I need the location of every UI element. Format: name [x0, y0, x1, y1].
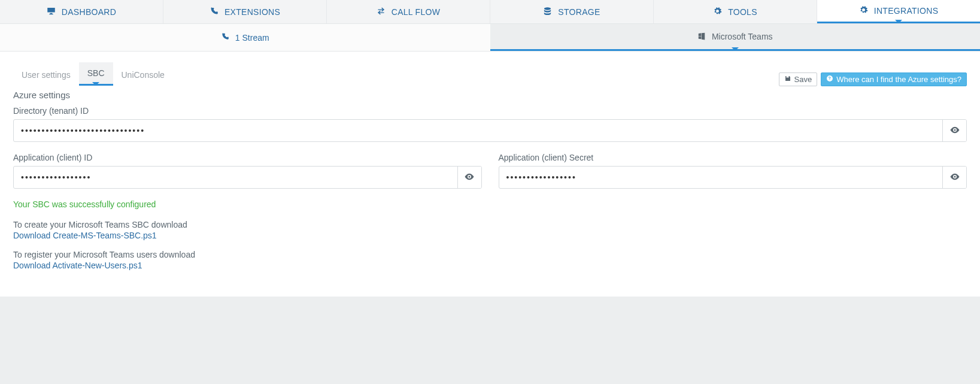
tab-sbc[interactable]: SBC [79, 62, 113, 86]
windows-icon [697, 32, 706, 42]
azure-help-button[interactable]: Where can I find the Azure settings? [821, 72, 967, 86]
exchange-icon [377, 7, 386, 17]
help-icon [826, 75, 833, 84]
phone-icon [221, 32, 229, 43]
gears-icon [713, 7, 722, 17]
nav-label: STORAGE [558, 7, 600, 17]
eye-icon [949, 171, 960, 184]
nav-label: INTEGRATIONS [874, 6, 939, 16]
eye-icon [464, 171, 475, 184]
database-icon [543, 7, 552, 17]
users-download-text: To register your Microsoft Teams users d… [13, 250, 967, 259]
save-button[interactable]: Save [779, 72, 818, 86]
content-panel: User settings SBC UniConsole Save Where … [0, 52, 980, 297]
client-secret-label: Application (client) Secret [499, 153, 967, 162]
section-title: Azure settings [13, 90, 967, 100]
nav-label: EXTENSIONS [224, 7, 280, 17]
nav-label: TOOLS [728, 7, 757, 17]
nav-integrations[interactable]: INTEGRATIONS [817, 0, 980, 23]
tenant-id-input[interactable] [14, 120, 942, 141]
nav-label: CALL FLOW [392, 7, 441, 17]
nav-dashboard[interactable]: DASHBOARD [0, 0, 163, 23]
reveal-tenant-button[interactable] [942, 120, 966, 141]
monitor-icon [47, 7, 56, 17]
tab-user-settings[interactable]: User settings [13, 64, 79, 86]
save-icon [784, 75, 791, 84]
help-label: Where can I find the Azure settings? [836, 75, 961, 84]
reveal-client-id-button[interactable] [457, 167, 481, 188]
eye-icon [949, 125, 960, 137]
top-nav: DASHBOARD EXTENSIONS CALL FLOW STORAGE T… [0, 0, 980, 24]
reveal-client-secret-button[interactable] [942, 167, 966, 188]
client-id-label: Application (client) ID [13, 153, 482, 162]
users-download-link[interactable]: Download Activate-New-Users.ps1 [13, 261, 142, 270]
nav-storage[interactable]: STORAGE [490, 0, 654, 23]
sub-nav: 1 Stream Microsoft Teams [0, 24, 980, 52]
client-id-input[interactable] [14, 167, 457, 188]
gears-icon [859, 5, 868, 16]
client-secret-input[interactable] [499, 167, 943, 188]
nav-tools[interactable]: TOOLS [654, 0, 817, 23]
subnav-ms-teams[interactable]: Microsoft Teams [490, 24, 981, 51]
tenant-id-label: Directory (tenant) ID [13, 106, 967, 116]
sbc-download-text: To create your Microsoft Teams SBC downl… [13, 220, 967, 229]
subnav-label: 1 Stream [235, 33, 269, 43]
subnav-label: Microsoft Teams [712, 32, 773, 41]
save-label: Save [794, 75, 812, 84]
nav-label: DASHBOARD [62, 7, 116, 17]
tab-uniconsole[interactable]: UniConsole [113, 64, 173, 86]
phone-icon [210, 7, 219, 17]
success-message: Your SBC was successfully configured [13, 199, 967, 209]
sbc-download-link[interactable]: Download Create-MS-Teams-SBC.ps1 [13, 231, 157, 240]
subnav-1stream[interactable]: 1 Stream [0, 24, 490, 51]
nav-extensions[interactable]: EXTENSIONS [163, 0, 327, 23]
nav-call-flow[interactable]: CALL FLOW [327, 0, 490, 23]
